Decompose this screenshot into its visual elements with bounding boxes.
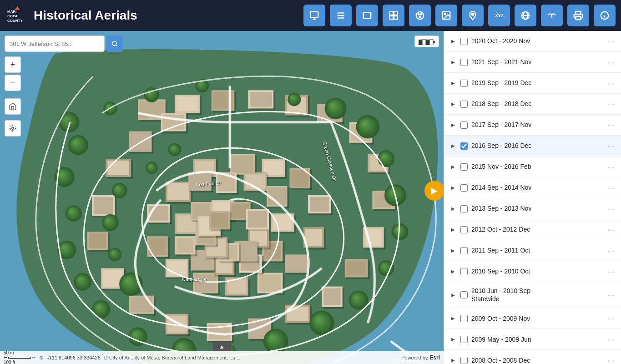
- layer-menu-icon[interactable]: ···: [607, 59, 616, 66]
- layer-item[interactable]: ▶2009 May - 2009 Jun···: [444, 329, 621, 350]
- layer-item[interactable]: ▶2010 Sep - 2010 Oct···: [444, 261, 621, 282]
- expand-arrow-icon[interactable]: ▶: [449, 336, 457, 343]
- layer-item[interactable]: ▶2011 Sep - 2011 Oct···: [444, 240, 621, 261]
- layer-menu-icon[interactable]: ···: [607, 268, 616, 275]
- layer-checkbox[interactable]: [460, 226, 468, 233]
- layer-menu-icon[interactable]: ···: [607, 80, 616, 87]
- layer-menu-icon[interactable]: ···: [607, 357, 616, 364]
- expand-button[interactable]: ▲: [213, 342, 231, 351]
- header-btn-bird[interactable]: [541, 5, 563, 26]
- layer-menu-icon[interactable]: ···: [607, 226, 616, 233]
- layer-checkbox[interactable]: [460, 80, 468, 87]
- app-header: MARI COPA COUNTY Historical Aerials XYZ: [0, 0, 621, 31]
- svg-text:COUNTY: COUNTY: [7, 19, 23, 23]
- layer-item[interactable]: ▶2015 Nov - 2016 Feb···: [444, 157, 621, 177]
- layer-label: 2019 Sep - 2019 Dec: [471, 79, 604, 87]
- expand-arrow-icon[interactable]: ▶: [449, 101, 457, 108]
- expand-arrow-icon[interactable]: ▶: [449, 163, 457, 171]
- layer-checkbox[interactable]: [460, 163, 468, 171]
- layer-item[interactable]: ▶2018 Sep - 2018 Dec···: [444, 94, 621, 115]
- left-toolbar: + −: [5, 35, 123, 136]
- expand-arrow-icon[interactable]: ▶: [449, 291, 457, 298]
- layer-checkbox[interactable]: [460, 291, 468, 298]
- expand-arrow-icon[interactable]: ▶: [449, 80, 457, 87]
- expand-arrow-icon[interactable]: ▶: [449, 247, 457, 254]
- header-btn-image[interactable]: [435, 5, 457, 26]
- header-btn-list[interactable]: [330, 5, 352, 26]
- svg-rect-37: [426, 40, 429, 45]
- layer-checkbox[interactable]: [460, 357, 468, 364]
- expand-arrow-icon[interactable]: ▶: [449, 142, 457, 150]
- layer-checkbox[interactable]: [460, 101, 468, 108]
- layer-menu-icon[interactable]: ···: [607, 121, 616, 129]
- layer-item[interactable]: ▶2020 Oct - 2020 Nov···: [444, 31, 621, 52]
- header-btn-palette[interactable]: [409, 5, 431, 26]
- scale-indicator: 50 m ⊢ ⊣ 100 ft: [4, 350, 35, 364]
- layer-menu-icon[interactable]: ···: [607, 38, 616, 45]
- home-button[interactable]: [5, 98, 21, 115]
- layer-menu-icon[interactable]: ···: [607, 101, 616, 108]
- expand-arrow-icon[interactable]: ▶: [449, 59, 457, 66]
- svg-rect-11: [364, 13, 371, 19]
- search-input[interactable]: [5, 35, 105, 52]
- header-btn-globe[interactable]: [515, 5, 536, 26]
- layer-item[interactable]: ▶2008 Oct - 2008 Dec···: [444, 350, 621, 364]
- layer-label: 2012 Oct - 2012 Dec: [471, 225, 604, 233]
- layer-item[interactable]: ▶2012 Oct - 2012 Dec···: [444, 219, 621, 240]
- play-button[interactable]: ▶: [424, 181, 444, 201]
- expand-arrow-icon[interactable]: ▶: [449, 226, 457, 233]
- layer-item[interactable]: ▶2019 Sep - 2019 Dec···: [444, 73, 621, 94]
- expand-arrow-icon[interactable]: ▶: [449, 38, 457, 45]
- layer-menu-icon[interactable]: ···: [607, 163, 616, 171]
- layer-checkbox[interactable]: [460, 59, 468, 66]
- header-btn-grid[interactable]: [383, 5, 404, 26]
- layer-menu-icon[interactable]: ···: [607, 315, 616, 322]
- layer-menu-icon[interactable]: ···: [607, 142, 616, 150]
- layer-item[interactable]: ▶2014 Sep - 2014 Nov···: [444, 177, 621, 198]
- layer-item[interactable]: ▶2017 Sep - 2017 Nov···: [444, 115, 621, 136]
- layer-menu-icon[interactable]: ···: [607, 247, 616, 254]
- layer-checkbox[interactable]: [460, 205, 468, 212]
- layer-item[interactable]: ▶2009 Oct - 2009 Nov···: [444, 308, 621, 329]
- layer-item[interactable]: ▶2010 Jun - 2010 SepStatewide···: [444, 282, 621, 308]
- layer-label: 2017 Sep - 2017 Nov: [471, 121, 604, 129]
- expand-arrow-icon[interactable]: ▶: [449, 357, 457, 364]
- expand-arrow-icon[interactable]: ▶: [449, 121, 457, 129]
- layer-checkbox[interactable]: [460, 184, 468, 192]
- layer-item[interactable]: ▶2016 Sep - 2016 Dec···: [444, 136, 621, 157]
- layer-menu-icon[interactable]: ···: [607, 184, 616, 192]
- layer-checkbox[interactable]: [460, 247, 468, 254]
- layer-item[interactable]: ▶2021 Sep - 2021 Nov···: [444, 52, 621, 73]
- header-btn-pin[interactable]: [462, 5, 484, 26]
- layer-checkbox[interactable]: [460, 315, 468, 322]
- layer-checkbox[interactable]: [460, 142, 468, 150]
- layer-menu-icon[interactable]: ···: [607, 205, 616, 212]
- zoom-in-button[interactable]: +: [5, 56, 21, 73]
- search-button[interactable]: [106, 35, 123, 52]
- map-area[interactable]: Sea Fog Dr Grand Caymen Dr Nautilus Dr S…: [0, 31, 444, 364]
- header-btn-search-map[interactable]: [303, 5, 325, 26]
- expand-arrow-icon[interactable]: ▶: [449, 205, 457, 212]
- expand-arrow-icon[interactable]: ▶: [449, 184, 457, 192]
- layer-checkbox[interactable]: [460, 38, 468, 45]
- layer-label: 2008 Oct - 2008 Dec: [471, 356, 604, 364]
- layer-label: 2011 Sep - 2011 Oct: [471, 246, 604, 254]
- layer-checkbox[interactable]: [460, 121, 468, 129]
- expand-arrow-icon[interactable]: ▶: [449, 315, 457, 322]
- zoom-out-button[interactable]: −: [5, 75, 21, 91]
- layer-label: 2010 Sep - 2010 Oct: [471, 267, 604, 275]
- header-btn-print[interactable]: [567, 5, 589, 26]
- locate-button[interactable]: [5, 120, 21, 136]
- header-btn-rectangle[interactable]: [356, 5, 378, 26]
- layer-menu-icon[interactable]: ···: [607, 336, 616, 343]
- layer-menu-icon[interactable]: ···: [607, 291, 616, 298]
- layer-checkbox[interactable]: [460, 268, 468, 275]
- svg-rect-12: [390, 12, 393, 15]
- header-btn-xyz[interactable]: XYZ: [488, 5, 510, 26]
- logo-area: MARI COPA COUNTY Historical Aerials: [5, 4, 137, 27]
- header-btn-info[interactable]: [594, 5, 616, 26]
- layer-item[interactable]: ▶2013 Sep - 2013 Nov···: [444, 198, 621, 219]
- coordinates: -111.814096 33.334426: [47, 355, 101, 360]
- expand-arrow-icon[interactable]: ▶: [449, 268, 457, 275]
- layer-checkbox[interactable]: [460, 336, 468, 343]
